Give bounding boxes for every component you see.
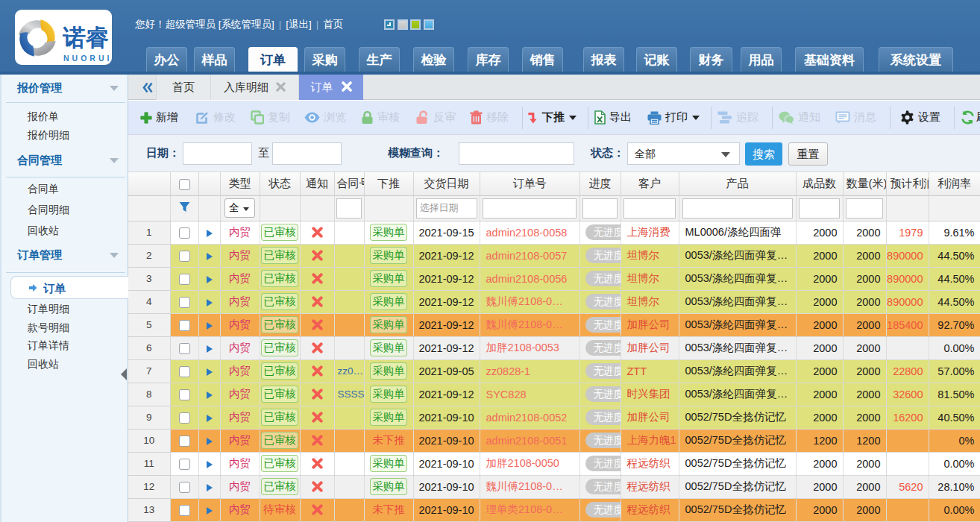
- svg-text:诺睿: 诺睿: [62, 25, 109, 51]
- svg-text:NUORUI: NUORUI: [63, 54, 112, 63]
